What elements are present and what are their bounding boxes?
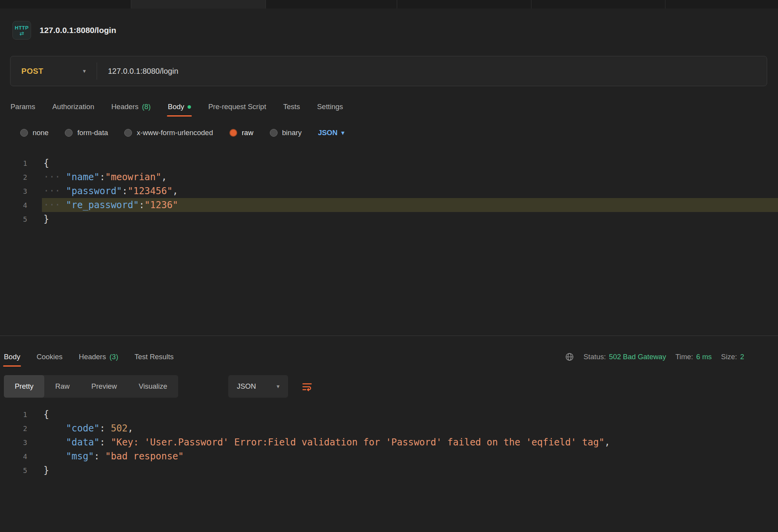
mode-x-www-form-urlencoded-label: x-www-form-urlencoded — [137, 129, 213, 137]
response-tab-body[interactable]: Body — [4, 347, 20, 367]
tab-settings-label: Settings — [317, 103, 343, 111]
tab-authorization-label: Authorization — [52, 103, 94, 111]
code-line: 5} — [0, 212, 778, 226]
code-line-content[interactable]: ··· "re_password":"1236" — [42, 198, 778, 212]
globe-icon[interactable] — [565, 352, 574, 362]
response-tab-cookies-label: Cookies — [36, 353, 63, 361]
chevron-down-icon: ▾ — [83, 68, 86, 75]
response-language-dropdown[interactable]: JSON ▾ — [228, 375, 288, 398]
line-number: 4 — [0, 452, 27, 461]
code-line-content[interactable]: ··· "password":"123456", — [42, 184, 778, 198]
request-body-editor[interactable]: 1{2··· "name":"meowrian",3··· "password"… — [0, 156, 778, 226]
code-line: 4··· "re_password":"1236" — [0, 198, 778, 212]
code-line: 2 "code": 502, — [0, 421, 778, 435]
code-line-content[interactable]: ··· "name":"meowrian", — [42, 170, 778, 184]
mode-form-data[interactable]: form-data — [65, 129, 108, 137]
radio-none[interactable] — [20, 129, 28, 137]
response-tab-test-results[interactable]: Test Results — [135, 347, 174, 367]
view-raw-button[interactable]: Raw — [44, 375, 80, 398]
view-preview-button[interactable]: Preview — [80, 375, 128, 398]
radio-form-data[interactable] — [65, 129, 73, 137]
code-line: 3··· "password":"123456", — [0, 184, 778, 198]
mode-x-www-form-urlencoded[interactable]: x-www-form-urlencoded — [124, 129, 213, 137]
mode-none-label: none — [33, 129, 49, 137]
tab-authorization[interactable]: Authorization — [52, 97, 94, 116]
line-number: 5 — [0, 215, 27, 223]
http-icon-text: HTTP — [15, 25, 29, 31]
tab-pre-request-script[interactable]: Pre-request Script — [208, 97, 266, 116]
tab-divider — [397, 0, 397, 9]
code-line: 2··· "name":"meowrian", — [0, 170, 778, 184]
tab-tests[interactable]: Tests — [283, 97, 300, 116]
response-tab-headers[interactable]: Headers(3) — [79, 347, 118, 367]
pane-divider[interactable] — [0, 336, 778, 336]
mode-binary-label: binary — [282, 129, 302, 137]
code-line-content[interactable]: "data": "Key: 'User.Password' Error:Fiel… — [42, 435, 778, 449]
tab-headers-label: Headers — [111, 103, 139, 111]
tab-pre-request-script-label: Pre-request Script — [208, 103, 266, 111]
active-workspace-tab[interactable] — [131, 0, 266, 9]
line-number: 2 — [0, 173, 27, 181]
code-line: 1{ — [0, 156, 778, 170]
tab-settings[interactable]: Settings — [317, 97, 343, 116]
mode-raw-label: raw — [242, 129, 254, 137]
tab-body-label: Body — [168, 103, 184, 111]
tab-divider — [531, 0, 531, 9]
code-line: 3 "data": "Key: 'User.Password' Error:Fi… — [0, 435, 778, 449]
workspace-tab-strip[interactable] — [0, 0, 778, 9]
headers-count: (8) — [142, 103, 151, 111]
response-tab-test-results-label: Test Results — [135, 353, 174, 361]
code-line-content[interactable]: { — [42, 407, 778, 421]
chevron-down-icon: ▾ — [341, 129, 344, 136]
mode-form-data-label: form-data — [77, 129, 108, 137]
wrap-text-button[interactable] — [297, 378, 318, 395]
tab-headers[interactable]: Headers(8) — [111, 97, 151, 116]
tab-params[interactable]: Params — [10, 97, 35, 116]
response-view-group: Pretty Raw Preview Visualize — [4, 375, 178, 398]
wrap-text-icon — [301, 382, 313, 392]
response-tab-cookies[interactable]: Cookies — [36, 347, 63, 367]
tab-divider — [266, 0, 266, 9]
mode-raw[interactable]: raw — [229, 129, 254, 137]
code-line-content[interactable]: } — [42, 212, 778, 226]
line-number: 4 — [0, 201, 27, 209]
mode-binary[interactable]: binary — [270, 129, 302, 137]
line-number: 5 — [0, 466, 27, 475]
response-meta: Status: 502 Bad Gateway Time: 6 ms Size:… — [565, 347, 744, 367]
request-header: HTTP ⇄ 127.0.0.1:8080/login — [12, 21, 116, 40]
url-divider — [97, 63, 97, 80]
time-value: 6 ms — [696, 353, 712, 361]
code-line-content[interactable]: } — [42, 463, 778, 477]
status-pair: Status: 502 Bad Gateway — [584, 353, 666, 361]
view-pretty-button[interactable]: Pretty — [4, 375, 44, 398]
time-pair: Time: 6 ms — [676, 353, 712, 361]
body-modified-dot — [188, 105, 191, 109]
http-request-icon: HTTP ⇄ — [12, 21, 31, 40]
code-line-content[interactable]: "msg": "bad response" — [42, 449, 778, 463]
request-language-label: JSON — [318, 129, 337, 137]
tab-params-label: Params — [10, 103, 35, 111]
time-label: Time: — [676, 353, 693, 361]
radio-raw-selected[interactable] — [229, 129, 237, 137]
view-visualize-button[interactable]: Visualize — [128, 375, 178, 398]
code-line: 1{ — [0, 407, 778, 421]
tab-divider — [131, 0, 131, 9]
url-input[interactable]: 127.0.0.1:8080/login — [108, 67, 178, 76]
tab-body[interactable]: Body — [168, 97, 191, 116]
code-line-content[interactable]: "code": 502, — [42, 421, 778, 435]
method-label: POST — [21, 67, 43, 76]
request-language-dropdown[interactable]: JSON ▾ — [318, 129, 344, 137]
line-number: 3 — [0, 438, 27, 447]
method-selector[interactable]: POST ▾ — [10, 67, 97, 76]
http-icon-arrows: ⇄ — [19, 31, 24, 36]
response-body-viewer[interactable]: 1{2 "code": 502,3 "data": "Key: 'User.Pa… — [0, 407, 778, 477]
code-line: 4 "msg": "bad response" — [0, 449, 778, 463]
request-title: 127.0.0.1:8080/login — [40, 26, 116, 35]
code-line-content[interactable]: { — [42, 156, 778, 170]
radio-x-www-form-urlencoded[interactable] — [124, 129, 132, 137]
radio-binary[interactable] — [270, 129, 278, 137]
url-bar: POST ▾ 127.0.0.1:8080/login — [10, 56, 767, 86]
chevron-down-icon: ▾ — [276, 383, 280, 390]
mode-none[interactable]: none — [20, 129, 49, 137]
line-number: 3 — [0, 187, 27, 195]
